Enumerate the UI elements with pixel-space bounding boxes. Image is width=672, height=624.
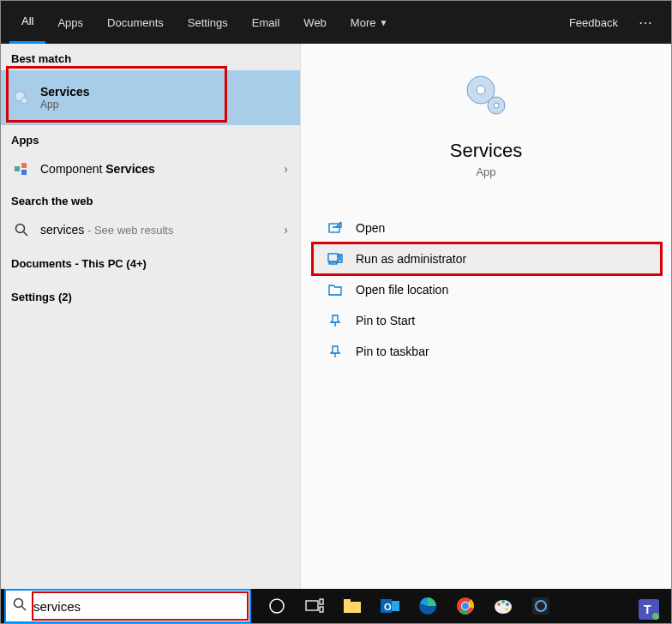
chevron-down-icon: ▼ (379, 18, 387, 27)
action-open[interactable]: Open (301, 213, 671, 243)
section-search-web: Search the web (1, 186, 300, 213)
open-icon (327, 219, 344, 237)
cortana-icon[interactable] (258, 589, 296, 623)
svg-point-31 (505, 608, 508, 611)
chevron-right-icon[interactable]: › (284, 223, 288, 237)
search-icon (13, 597, 27, 615)
svg-text:T: T (644, 603, 651, 616)
svg-point-30 (506, 603, 509, 606)
admin-icon (327, 250, 344, 267)
section-apps: Apps (1, 125, 300, 152)
search-box[interactable] (4, 589, 251, 623)
preview-title: Services (301, 140, 671, 162)
web-query: services (40, 223, 84, 237)
svg-point-5 (16, 225, 25, 233)
svg-rect-4 (21, 170, 27, 175)
pin-icon (327, 312, 344, 329)
action-open-loc-label: Open file location (356, 283, 448, 297)
tab-web[interactable]: Web (291, 1, 339, 44)
outlook-icon[interactable]: O (371, 589, 409, 623)
component-icon (13, 160, 30, 177)
edge-icon[interactable] (409, 589, 447, 623)
search-input[interactable] (33, 599, 249, 614)
svg-rect-17 (320, 607, 323, 612)
action-run-as-administrator[interactable]: Run as administrator (313, 243, 661, 274)
chrome-icon[interactable] (447, 589, 484, 623)
app-icon[interactable] (522, 589, 560, 623)
search-icon (13, 221, 30, 238)
action-pin-to-taskbar[interactable]: Pin to taskbar (301, 336, 671, 367)
file-explorer-icon[interactable] (333, 589, 371, 623)
paint-icon[interactable] (484, 589, 522, 623)
gear-icon (460, 69, 512, 124)
svg-line-38 (22, 607, 27, 611)
settings-category[interactable]: Settings (2) (1, 280, 300, 314)
svg-rect-19 (344, 599, 351, 603)
svg-point-36 (652, 613, 659, 620)
svg-rect-13 (329, 262, 337, 264)
chevron-right-icon[interactable]: › (284, 162, 288, 176)
svg-point-37 (15, 599, 23, 608)
filter-tabs: All Apps Documents Settings Email Web Mo… (1, 1, 671, 44)
svg-rect-12 (328, 254, 338, 261)
tab-all[interactable]: All (9, 1, 45, 44)
action-run-admin-label: Run as administrator (356, 252, 466, 266)
preview-sub: App (301, 165, 671, 178)
svg-point-28 (497, 603, 501, 606)
results-panel: Best match Services App Apps Component S… (1, 44, 301, 591)
gear-icon (13, 89, 30, 106)
svg-point-10 (494, 103, 499, 108)
app-result-component-services[interactable]: Component Services › (1, 152, 300, 186)
svg-text:O: O (384, 602, 392, 612)
svg-point-8 (477, 86, 485, 94)
svg-line-6 (24, 232, 28, 237)
feedback-link[interactable]: Feedback (557, 16, 630, 29)
svg-rect-15 (306, 601, 318, 610)
svg-rect-3 (21, 163, 27, 168)
svg-rect-16 (320, 599, 323, 604)
app-result-bold: Services (105, 162, 155, 176)
best-match-title: Services (40, 85, 90, 99)
tab-documents[interactable]: Documents (95, 1, 176, 44)
tab-settings[interactable]: Settings (176, 1, 240, 44)
pin-icon (327, 343, 344, 360)
best-match-sub: App (40, 99, 288, 111)
action-pin-start-label: Pin to Start (356, 314, 415, 327)
action-open-file-location[interactable]: Open file location (301, 274, 671, 305)
svg-point-29 (501, 600, 505, 603)
action-pin-taskbar-label: Pin to taskbar (356, 345, 429, 358)
preview-panel: Services App Open Run as administrator (301, 44, 671, 591)
app-result-prefix: Component (40, 162, 105, 176)
folder-icon (327, 281, 344, 298)
task-view-icon[interactable] (296, 589, 333, 623)
section-best-match: Best match (1, 44, 300, 70)
action-pin-to-start[interactable]: Pin to Start (301, 305, 671, 336)
svg-rect-2 (15, 166, 20, 171)
best-match-result[interactable]: Services App (1, 70, 300, 125)
svg-point-1 (21, 98, 28, 105)
action-open-label: Open (356, 221, 385, 235)
teams-icon[interactable]: T (630, 592, 668, 624)
web-result[interactable]: services - See web results › (1, 213, 300, 247)
web-hint: - See web results (84, 224, 173, 237)
tab-apps[interactable]: Apps (45, 1, 95, 44)
tab-email[interactable]: Email (240, 1, 292, 44)
documents-category[interactable]: Documents - This PC (4+) (1, 247, 300, 280)
svg-rect-21 (392, 601, 399, 611)
svg-point-26 (462, 603, 469, 609)
more-options-icon[interactable]: ⋯ (630, 15, 663, 31)
tab-more[interactable]: More▼ (339, 1, 400, 44)
svg-point-14 (270, 599, 284, 613)
